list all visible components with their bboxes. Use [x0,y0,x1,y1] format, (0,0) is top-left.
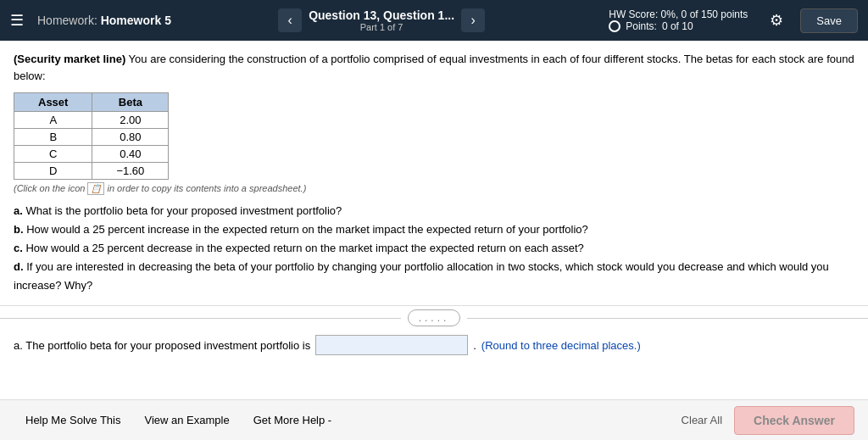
homework-name: Homework 5 [101,14,171,27]
spreadsheet-note: (Click on the icon 📋 in order to copy it… [14,183,854,193]
question-d: d. If you are interested in decreasing t… [14,258,854,295]
table-header-asset: Asset [14,93,92,112]
spreadsheet-icon[interactable]: 📋 [87,182,104,195]
table-cell: −1.60 [92,163,169,180]
table-cell: C [14,146,92,163]
answer-row: a. The portfolio beta for your proposed … [0,330,868,360]
problem-content: (Security market line) You are consideri… [0,41,868,306]
points-circle-icon [609,20,620,32]
answer-input[interactable] [315,335,468,355]
table-cell: 0.40 [92,146,169,163]
beta-table: Asset Beta A2.00B0.80C0.40D−1.60 [14,92,169,180]
points-row: Points: 0 of 10 [609,20,748,32]
question-part: Part 1 of 7 [309,22,454,32]
divider-left [0,318,401,319]
dots-center: ..... [408,309,461,326]
table-cell: 2.00 [92,112,169,129]
prev-question-button[interactable]: ‹ [278,8,302,32]
dots-divider-row: ..... [0,306,868,330]
divider-right [467,318,868,319]
table-cell: D [14,163,92,180]
table-row: A2.00 [14,112,169,129]
question-a: a. What is the portfolio beta for your p… [14,202,854,220]
questions-list: a. What is the portfolio beta for your p… [14,202,854,295]
question-c: c. How would a 25 percent decrease in th… [14,239,854,258]
question-navigation: ‹ Question 13, Question 1... Part 1 of 7… [278,8,485,32]
question-title: Question 13, Question 1... [309,8,454,22]
question-info: Question 13, Question 1... Part 1 of 7 [309,8,454,32]
app-header: ☰ Homework: Homework 5 ‹ Question 13, Qu… [0,0,868,41]
menu-icon[interactable]: ☰ [10,11,24,30]
table-row: C0.40 [14,146,169,163]
table-cell: B [14,129,92,146]
question-b: b. How would a 25 percent increase in th… [14,220,854,239]
next-question-button[interactable]: › [461,8,485,32]
gear-icon[interactable]: ⚙ [770,11,783,30]
answer-period: . [473,339,476,352]
problem-title: (Security market line) [14,53,125,65]
score-section: HW Score: 0%, 0 of 150 points Points: 0 … [609,8,748,32]
round-note: (Round to three decimal places.) [481,339,641,352]
homework-label: Homework: Homework 5 [37,14,171,27]
table-cell: A [14,112,92,129]
table-cell: 0.80 [92,129,169,146]
hw-score: HW Score: 0%, 0 of 150 points [609,8,748,20]
table-header-beta: Beta [92,93,169,112]
problem-intro-text: You are considering the construction of … [14,53,854,82]
save-button[interactable]: Save [800,8,858,33]
problem-intro: (Security market line) You are consideri… [14,51,854,84]
table-row: B0.80 [14,129,169,146]
answer-label: a. The portfolio beta for your proposed … [14,339,310,352]
table-row: D−1.60 [14,163,169,180]
